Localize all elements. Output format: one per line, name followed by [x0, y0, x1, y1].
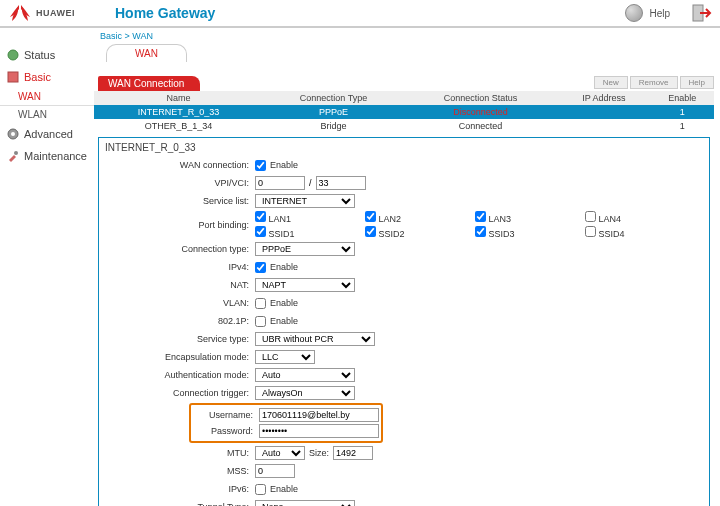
lbl-vlan: VLAN: — [105, 298, 255, 308]
nav-advanced[interactable]: Advanced — [0, 123, 94, 145]
svg-rect-2 — [8, 72, 18, 82]
servtype-select[interactable]: UBR without PCR — [255, 332, 375, 346]
lan2-checkbox[interactable] — [365, 211, 376, 222]
ssid4-item: SSID4 — [585, 226, 685, 239]
conntype-select[interactable]: PPPoE — [255, 242, 355, 256]
table-row[interactable]: OTHER_B_1_34 Bridge Connected 1 — [94, 119, 714, 133]
nav-maintenance[interactable]: Maintenance — [0, 145, 94, 167]
password-input[interactable] — [259, 424, 379, 438]
help-text[interactable]: Help — [649, 8, 670, 19]
ssid1-item: SSID1 — [255, 226, 355, 239]
ssid1-checkbox[interactable] — [255, 226, 266, 237]
svg-point-4 — [11, 132, 15, 136]
config-panel: INTERNET_R_0_33 WAN connection:Enable VP… — [98, 137, 710, 506]
mtu-size-input[interactable] — [333, 446, 373, 460]
th-ip: IP Address — [557, 91, 651, 105]
breadcrumb: Basic > WAN — [0, 28, 720, 44]
vci-input[interactable] — [316, 176, 366, 190]
lbl-mss: MSS: — [105, 466, 255, 476]
nat-select[interactable]: NAPT — [255, 278, 355, 292]
advanced-icon — [6, 127, 20, 141]
lbl-auth: Authentication mode: — [105, 370, 255, 380]
lbl-encap: Encapsulation mode: — [105, 352, 255, 362]
tabs: WAN — [106, 44, 714, 62]
tunnel-select[interactable]: None — [255, 500, 355, 506]
table-row[interactable]: INTERNET_R_0_33 PPPoE Disconnected 1 — [94, 105, 714, 119]
mtu-select[interactable]: Auto — [255, 446, 305, 460]
lbl-trigger: Connection trigger: — [105, 388, 255, 398]
ipv4-checkbox[interactable] — [255, 262, 266, 273]
th-enable: Enable — [651, 91, 714, 105]
lbl-servtype: Service type: — [105, 334, 255, 344]
svg-point-1 — [8, 50, 18, 60]
vlan-checkbox[interactable] — [255, 298, 266, 309]
logo: HUAWEI — [8, 3, 75, 23]
nav-wan[interactable]: WAN — [0, 88, 94, 106]
lbl-pass: Password: — [193, 426, 259, 436]
content: WAN New Remove Help WAN Connection Name … — [94, 44, 720, 506]
servicelist-select[interactable]: INTERNET — [255, 194, 355, 208]
8021p-checkbox[interactable] — [255, 316, 266, 327]
maintenance-icon — [6, 149, 20, 163]
status-icon — [6, 48, 20, 62]
username-input[interactable] — [259, 408, 379, 422]
table-header: Name Connection Type Connection Status I… — [94, 91, 714, 105]
th-status: Connection Status — [404, 91, 557, 105]
mss-input[interactable] — [255, 464, 295, 478]
lbl-tunnel: Tunnel Type: — [105, 502, 255, 506]
exit-icon[interactable] — [692, 3, 712, 23]
lan4-checkbox[interactable] — [585, 211, 596, 222]
connection-table: Name Connection Type Connection Status I… — [94, 91, 714, 133]
lbl-portbind: Port binding: — [105, 220, 255, 230]
wanconn-checkbox[interactable] — [255, 160, 266, 171]
panel-title: INTERNET_R_0_33 — [105, 142, 703, 153]
lbl-nat: NAT: — [105, 280, 255, 290]
lan1-item: LAN1 — [255, 211, 355, 224]
lan3-checkbox[interactable] — [475, 211, 486, 222]
tab-wan[interactable]: WAN — [106, 44, 187, 62]
lbl-wanconn: WAN connection: — [105, 160, 255, 170]
nav-status[interactable]: Status — [0, 44, 94, 66]
auth-select[interactable]: Auto — [255, 368, 355, 382]
ssid4-checkbox[interactable] — [585, 226, 596, 237]
lbl-ipv6: IPv6: — [105, 484, 255, 494]
nav-wlan[interactable]: WLAN — [0, 106, 94, 123]
encap-select[interactable]: LLC — [255, 350, 315, 364]
lan2-item: LAN2 — [365, 211, 465, 224]
nav-advanced-label: Advanced — [24, 128, 73, 140]
sidebar: Status Basic WAN WLAN Advanced Maintenan… — [0, 44, 94, 506]
lbl-conntype: Connection type: — [105, 244, 255, 254]
nav-basic[interactable]: Basic — [0, 66, 94, 88]
top-right: Help — [625, 3, 712, 23]
topbar: HUAWEI Home Gateway Help — [0, 0, 720, 28]
brand-text: HUAWEI — [36, 8, 75, 18]
lbl-8021p: 802.1P: — [105, 316, 255, 326]
action-buttons: New Remove Help — [594, 76, 714, 89]
trigger-select[interactable]: AlwaysOn — [255, 386, 355, 400]
lbl-servicelist: Service list: — [105, 196, 255, 206]
lbl-ipv4: IPv4: — [105, 262, 255, 272]
svg-point-5 — [14, 151, 18, 155]
ssid3-item: SSID3 — [475, 226, 575, 239]
help-icon[interactable] — [625, 4, 643, 22]
ssid2-item: SSID2 — [365, 226, 465, 239]
new-button[interactable]: New — [594, 76, 628, 89]
ipv6-checkbox[interactable] — [255, 484, 266, 495]
lan4-item: LAN4 — [585, 211, 685, 224]
lbl-user: Username: — [193, 410, 259, 420]
remove-button[interactable]: Remove — [630, 76, 678, 89]
ssid3-checkbox[interactable] — [475, 226, 486, 237]
basic-icon — [6, 70, 20, 84]
ssid2-checkbox[interactable] — [365, 226, 376, 237]
lan1-checkbox[interactable] — [255, 211, 266, 222]
lbl-vpivci: VPI/VCI: — [105, 178, 255, 188]
help-button[interactable]: Help — [680, 76, 714, 89]
port-grid: LAN1 LAN2 LAN3 LAN4 SSID1 SSID2 SSID3 SS… — [255, 211, 685, 239]
vpi-input[interactable] — [255, 176, 305, 190]
lbl-mtu: MTU: — [105, 448, 255, 458]
lan3-item: LAN3 — [475, 211, 575, 224]
nav-maintenance-label: Maintenance — [24, 150, 87, 162]
section-header: WAN Connection — [98, 76, 200, 91]
th-name: Name — [94, 91, 263, 105]
credentials-highlight: Username: Password: — [189, 403, 383, 443]
